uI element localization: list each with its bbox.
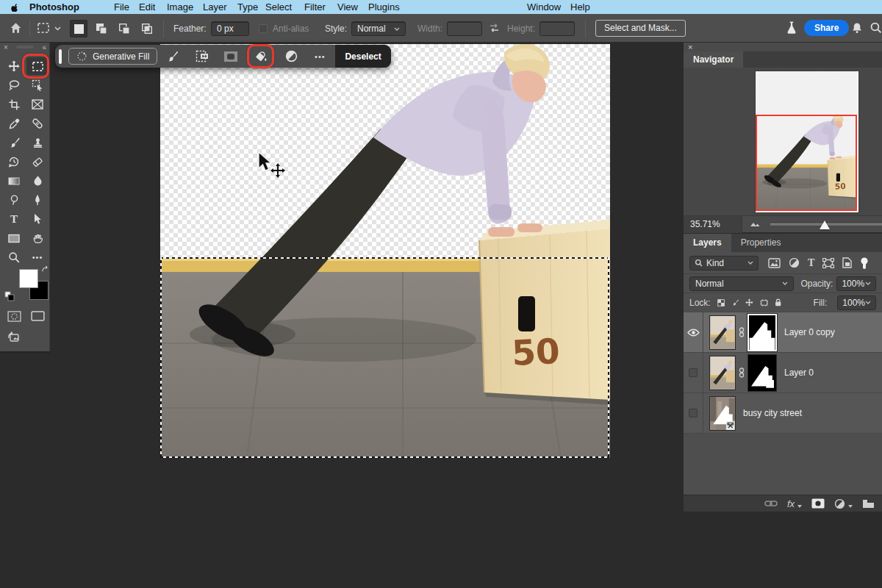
- toolbar-close-icon[interactable]: ×: [4, 43, 8, 51]
- menu-window[interactable]: Window: [527, 1, 561, 12]
- clone-stamp-tool[interactable]: [26, 134, 49, 151]
- screen-mode-icon[interactable]: [26, 307, 49, 325]
- selection-brush-icon[interactable]: [165, 50, 179, 62]
- add-selection-icon[interactable]: [93, 20, 110, 37]
- default-colors-icon[interactable]: [4, 291, 15, 301]
- height-input[interactable]: [539, 21, 575, 36]
- bell-icon[interactable]: [851, 21, 863, 35]
- navigator-close-icon[interactable]: ×: [688, 43, 692, 51]
- type-tool[interactable]: T: [3, 210, 25, 228]
- new-selection-icon[interactable]: [70, 20, 87, 37]
- menu-type[interactable]: Type: [237, 1, 258, 12]
- eyedropper-tool[interactable]: [3, 115, 25, 132]
- link-layers-icon[interactable]: [764, 500, 778, 507]
- width-input[interactable]: [447, 21, 482, 36]
- lasso-tool[interactable]: [3, 76, 25, 94]
- menu-help[interactable]: Help: [570, 1, 590, 12]
- menu-image[interactable]: Image: [167, 1, 193, 12]
- feather-input[interactable]: 0 px: [211, 21, 249, 36]
- navigator-zoom-input[interactable]: 35.71%: [684, 216, 742, 233]
- generative-fill-button[interactable]: Generative Fill: [68, 48, 157, 65]
- layer-mask-thumbnail[interactable]: [747, 314, 777, 351]
- document-canvas[interactable]: [160, 44, 610, 458]
- layer-row-0[interactable]: Layer 0 copy: [684, 312, 882, 352]
- hidden-eye-checkbox[interactable]: [689, 409, 698, 417]
- object-selection-tool[interactable]: [26, 76, 49, 94]
- anti-alias-checkbox[interactable]: [259, 24, 268, 33]
- fill-input[interactable]: 100%: [837, 295, 876, 310]
- layer-row-2[interactable]: busy city street: [684, 392, 882, 433]
- menu-filter[interactable]: Filter: [304, 1, 326, 12]
- deselect-button[interactable]: Deselect: [335, 45, 390, 68]
- menu-file[interactable]: File: [114, 1, 129, 12]
- add-mask-icon[interactable]: [811, 498, 825, 509]
- path-selection-tool[interactable]: [26, 210, 49, 228]
- chevron-down-icon[interactable]: [54, 26, 61, 31]
- taskbar-drag-handle[interactable]: [59, 49, 62, 64]
- share-button[interactable]: Share: [804, 20, 849, 36]
- search-icon[interactable]: [870, 21, 882, 34]
- healing-brush-tool[interactable]: [26, 115, 49, 132]
- menu-layer[interactable]: Layer: [203, 1, 227, 12]
- layer-thumbnail[interactable]: [709, 356, 736, 390]
- subtract-selection-icon[interactable]: [115, 20, 133, 37]
- tab-layers[interactable]: Layers: [684, 234, 731, 252]
- image-filter-icon[interactable]: [768, 258, 781, 268]
- blend-mode-dropdown[interactable]: Normal: [689, 276, 794, 291]
- layer-mask-thumbnail[interactable]: [747, 354, 777, 392]
- menu-plugins[interactable]: Plugins: [368, 1, 400, 12]
- mask-icon[interactable]: [223, 51, 238, 62]
- more-options-icon[interactable]: •••: [312, 52, 327, 61]
- intersect-selection-icon[interactable]: [138, 20, 156, 37]
- pen-tool[interactable]: [26, 191, 49, 209]
- eraser-tool[interactable]: [26, 153, 49, 171]
- visibility-toggle[interactable]: [684, 312, 703, 352]
- mask-link-icon[interactable]: [738, 327, 745, 337]
- mask-link-icon[interactable]: [738, 368, 745, 378]
- hidden-eye-checkbox[interactable]: [689, 368, 698, 377]
- menu-edit[interactable]: Edit: [139, 1, 155, 12]
- beaker-icon[interactable]: [785, 21, 798, 35]
- brush-tool[interactable]: [3, 134, 25, 151]
- tab-navigator[interactable]: Navigator: [684, 51, 743, 68]
- hand-tool[interactable]: [26, 229, 49, 247]
- adjustment-layer-icon[interactable]: [834, 498, 845, 509]
- visibility-toggle[interactable]: [684, 393, 703, 433]
- canvas-pasteboard[interactable]: Generative Fill ••• Deselect: [50, 43, 684, 588]
- transform-selection-icon[interactable]: [195, 50, 209, 62]
- toolbar-collapse-icon[interactable]: «: [42, 43, 46, 51]
- toolbar-grip[interactable]: [16, 46, 34, 49]
- zoom-tool[interactable]: [3, 248, 25, 266]
- lock-all-icon[interactable]: [775, 297, 781, 308]
- adjustment-icon[interactable]: [284, 50, 298, 62]
- lock-transparency-icon[interactable]: [717, 298, 725, 308]
- zoom-out-mountain-icon[interactable]: [750, 221, 760, 227]
- opacity-input[interactable]: 100%: [836, 276, 876, 291]
- quick-mask-icon[interactable]: [3, 307, 25, 325]
- lock-paint-icon[interactable]: [731, 297, 739, 308]
- frame-tool[interactable]: [26, 96, 49, 113]
- layer-thumbnail[interactable]: [709, 396, 736, 431]
- dodge-tool[interactable]: [3, 191, 25, 209]
- adjustment-filter-icon[interactable]: [789, 257, 800, 268]
- blur-tool[interactable]: [26, 172, 49, 190]
- swap-dims-icon[interactable]: [488, 23, 501, 33]
- select-and-mask-button[interactable]: Select and Mask...: [595, 20, 686, 37]
- smart-object-filter-icon[interactable]: [842, 257, 852, 268]
- navigator-view-rect[interactable]: [756, 115, 857, 211]
- layer-name[interactable]: busy city street: [743, 408, 802, 418]
- apple-logo-icon[interactable]: [10, 2, 20, 12]
- edit-toolbar-icon[interactable]: •••: [26, 248, 49, 266]
- rectangle-tool[interactable]: [3, 229, 25, 247]
- home-icon[interactable]: [9, 21, 23, 35]
- menu-photoshop[interactable]: Photoshop: [29, 1, 79, 12]
- edit-in-icon[interactable]: [3, 328, 25, 345]
- kind-filter-dropdown[interactable]: Kind: [689, 256, 759, 270]
- fill-bucket-icon[interactable]: [254, 50, 268, 63]
- navigator-thumbnail[interactable]: [756, 71, 858, 212]
- rectangular-marquee-tool[interactable]: [26, 57, 49, 75]
- move-tool[interactable]: [3, 57, 25, 75]
- layer-name[interactable]: Layer 0: [784, 368, 814, 378]
- style-dropdown[interactable]: Normal: [351, 21, 406, 36]
- filter-toggle-icon[interactable]: [860, 257, 869, 269]
